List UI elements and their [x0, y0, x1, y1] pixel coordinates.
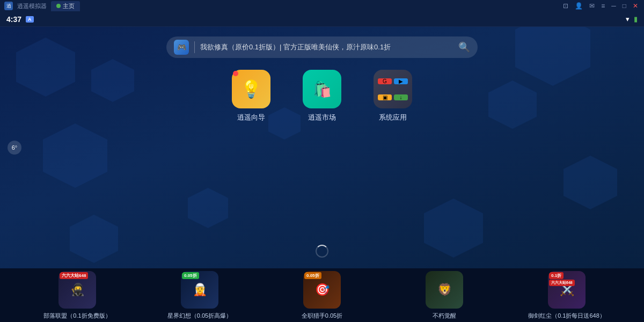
tab-label: 主页 — [63, 2, 75, 10]
game-label-2: 星界幻想（0.05折高爆） — [167, 312, 232, 319]
game-thumb-3: 0.05折 🎯 — [303, 271, 341, 309]
minimize-button[interactable]: ─ — [610, 2, 618, 10]
game-item-5[interactable]: 0.1折 六六大站648 ⚔️ 御剑红尘（0.1折每日送648） — [506, 271, 628, 319]
game-label-1: 部落联盟（0.1折免费版） — [43, 312, 111, 319]
game-label-5: 御剑红尘（0.1折每日送648） — [528, 312, 605, 319]
menu-icon[interactable]: ≡ — [599, 2, 606, 10]
search-divider — [194, 41, 195, 53]
game-item-2[interactable]: 0.05折 🧝 星界幻想（0.05折高爆） — [138, 271, 261, 319]
game-badge-5b: 六六大站648 — [549, 280, 575, 286]
app-title: 逍遥模拟器 — [17, 2, 47, 10]
game-badge-5: 0.1折 — [549, 272, 564, 279]
titlebar-controls: ⊡ 👤 ✉ ≡ ─ □ ✕ — [561, 2, 640, 10]
game-thumb-1: 六六大站648 🥷 — [58, 271, 96, 309]
app-system[interactable]: G ▶ ▣ ↓ 系统应用 — [374, 70, 412, 122]
hex-bg-4 — [488, 80, 537, 129]
tab-dot — [56, 4, 61, 8]
android-badge: A — [26, 16, 34, 23]
app-market-icon: 🛍️ — [303, 70, 341, 108]
loading-spinner — [316, 245, 328, 258]
app-market-icon-wrap: 🛍️ — [303, 70, 341, 108]
hex-bg-8 — [424, 199, 483, 258]
sys-cell-2: ▶ — [394, 78, 408, 84]
game-art-4: 🦁 — [426, 271, 463, 309]
titlebar-left: 逍 逍遥模拟器 主页 — [4, 1, 80, 11]
hex-bg-6 — [564, 156, 617, 209]
monitor-icon[interactable]: ⊡ — [561, 2, 570, 10]
main-tab[interactable]: 主页 — [51, 1, 80, 11]
search-game-icon: 🎮 — [174, 40, 189, 55]
clock: 4:37 — [6, 15, 21, 24]
game-item-1[interactable]: 六六大站648 🥷 部落联盟（0.1折免费版） — [16, 271, 138, 319]
battery-icon: ▮ — [634, 15, 638, 23]
sys-cell-4: ↓ — [394, 94, 408, 100]
hex-bg-1 — [16, 38, 75, 97]
app-guide-icon-wrap: 💡 — [232, 70, 270, 108]
maximize-button[interactable]: □ — [621, 2, 628, 10]
game-badge-2: 0.05折 — [182, 272, 199, 279]
app-logo-icon: 逍 — [4, 2, 13, 10]
user-icon[interactable]: 👤 — [573, 2, 584, 10]
game-label-4: 不朽觉醒 — [433, 312, 456, 319]
app-guide-label: 逍遥向导 — [237, 113, 265, 122]
game-item-4[interactable]: 🦁 不朽觉醒 — [383, 271, 506, 319]
status-left: 4:37 A — [6, 15, 34, 24]
hex-bg-2 — [91, 59, 134, 102]
app-system-icon-wrap: G ▶ ▣ ↓ — [374, 70, 412, 108]
app-market[interactable]: 🛍️ 逍遥市场 — [303, 70, 341, 122]
sys-cell-3: ▣ — [378, 94, 392, 100]
hex-bg-3 — [515, 27, 590, 86]
app-system-label: 系统应用 — [379, 113, 407, 122]
hex-bg-7 — [188, 188, 228, 228]
spinner-icon — [316, 245, 328, 258]
mail-icon[interactable]: ✉ — [588, 2, 596, 10]
main-area: 🎮 我欲修真（原价0.1折版）| 官方正版唯美仙侠，原汁原味0.1折 🔍 💡 逍… — [0, 27, 644, 268]
sys-cell-1: G — [378, 78, 392, 84]
search-button[interactable]: 🔍 — [458, 41, 470, 53]
game-badge-1: 六六大站648 — [60, 272, 88, 279]
close-button[interactable]: ✕ — [631, 2, 640, 10]
app-system-icon: G ▶ ▣ ↓ — [374, 70, 412, 108]
apps-area: 💡 逍遥向导 🛍️ 逍遥市场 G ▶ ▣ ↓ 系统应用 — [232, 70, 412, 122]
app-guide-dot — [233, 71, 238, 76]
statusbar: 4:37 A ▾ ▮ — [0, 12, 644, 27]
titlebar: 逍 逍遥模拟器 主页 ⊡ 👤 ✉ ≡ ─ □ ✕ — [0, 0, 644, 12]
app-guide-icon: 💡 — [232, 70, 270, 108]
searchbar[interactable]: 🎮 我欲修真（原价0.1折版）| 官方正版唯美仙侠，原汁原味0.1折 🔍 — [166, 36, 478, 58]
search-text: 我欲修真（原价0.1折版）| 官方正版唯美仙侠，原汁原味0.1折 — [200, 42, 453, 52]
app-market-label: 逍遥市场 — [308, 113, 336, 122]
hex-bg-9 — [70, 215, 118, 263]
scroll-indicator[interactable]: 6° — [8, 141, 21, 155]
status-right: ▾ ▮ — [626, 15, 638, 23]
game-thumb-4: 🦁 — [426, 271, 463, 309]
game-label-3: 全职猎手0.05折 — [302, 312, 342, 319]
game-item-3[interactable]: 0.05折 🎯 全职猎手0.05折 — [261, 271, 383, 319]
hex-bg-5 — [43, 123, 107, 188]
app-guide[interactable]: 💡 逍遥向导 — [232, 70, 270, 122]
game-thumb-5: 0.1折 六六大站648 ⚔️ — [548, 271, 586, 309]
wifi-icon: ▾ — [626, 15, 630, 23]
game-badge-3: 0.05折 — [304, 272, 321, 279]
bottombar: 六六大站648 🥷 部落联盟（0.1折免费版） 0.05折 🧝 星界幻想（0.0… — [0, 268, 644, 322]
game-thumb-2: 0.05折 🧝 — [181, 271, 218, 309]
scroll-label: 6° — [12, 144, 18, 151]
